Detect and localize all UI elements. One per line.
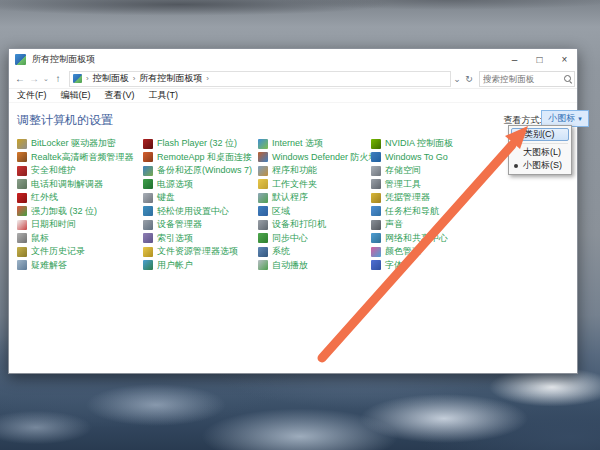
breadcrumb-control-panel[interactable]: 控制面板: [93, 72, 129, 85]
breadcrumb-separator: ›: [133, 74, 136, 83]
remoteapp-icon: [143, 152, 153, 162]
control-panel-item[interactable]: 文件历史记录: [17, 245, 134, 259]
control-panel-item[interactable]: 默认程序: [258, 191, 378, 205]
control-panel-item[interactable]: 设备和打印机: [258, 218, 378, 232]
minimize-button[interactable]: –: [502, 49, 527, 69]
control-panel-item[interactable]: 自动播放: [258, 259, 378, 273]
view-menu-item[interactable]: 小图标(S): [511, 159, 569, 172]
control-panel-item[interactable]: Realtek高清晰音频管理器: [17, 151, 134, 165]
view-menu-item[interactable]: 大图标(L): [511, 146, 569, 159]
control-panel-item[interactable]: 存储空间: [371, 164, 453, 178]
close-button[interactable]: ×: [552, 49, 577, 69]
item-label: 存储空间: [385, 164, 421, 177]
color-management-icon: [371, 247, 381, 257]
item-label: 鼠标: [31, 232, 49, 245]
control-panel-item[interactable]: Flash Player (32 位): [143, 137, 252, 151]
address-tools: ⌄ ↻: [451, 74, 475, 84]
menu-bar: 文件(F)编辑(E)查看(V)工具(T): [9, 89, 577, 103]
control-panel-item[interactable]: 区域: [258, 205, 378, 219]
control-panel-item[interactable]: 键盘: [143, 191, 252, 205]
control-panel-item[interactable]: 字体: [371, 259, 453, 273]
control-panel-item[interactable]: 设备管理器: [143, 218, 252, 232]
control-panel-item[interactable]: 轻松使用设置中心: [143, 205, 252, 219]
breadcrumb-separator: ›: [206, 74, 209, 83]
control-panel-item[interactable]: 文件资源管理器选项: [143, 245, 252, 259]
menu-item[interactable]: 编辑(E): [61, 89, 91, 102]
control-panel-item[interactable]: 鼠标: [17, 232, 134, 246]
menu-item[interactable]: 查看(V): [105, 89, 135, 102]
up-icon[interactable]: ↑: [51, 73, 65, 84]
item-label: BitLocker 驱动器加密: [31, 137, 116, 150]
menu-item[interactable]: 文件(F): [17, 89, 47, 102]
control-panel-item[interactable]: 日期和时间: [17, 218, 134, 232]
refresh-icon[interactable]: ↻: [463, 74, 475, 84]
control-panel-item[interactable]: 电源选项: [143, 178, 252, 192]
maximize-button[interactable]: □: [527, 49, 552, 69]
menu-item[interactable]: 工具(T): [149, 89, 179, 102]
control-panel-item[interactable]: 备份和还原(Windows 7): [143, 164, 252, 178]
forward-icon[interactable]: →: [27, 73, 41, 84]
work-folders-icon: [258, 179, 268, 189]
control-panel-item[interactable]: 系统: [258, 245, 378, 259]
item-label: 凭据管理器: [385, 191, 430, 204]
item-label: 工作文件夹: [272, 178, 317, 191]
indexing-options-icon: [143, 233, 153, 243]
breadcrumb-separator: ›: [86, 74, 89, 83]
item-label: 网络和共享中心: [385, 232, 448, 245]
control-panel-item[interactable]: 疑难解答: [17, 259, 134, 273]
search-icon[interactable]: [562, 73, 574, 85]
autoplay-icon: [258, 260, 268, 270]
item-label: 设备和打印机: [272, 218, 326, 231]
control-panel-item[interactable]: 颜色管理: [371, 245, 453, 259]
control-panel-item[interactable]: 索引选项: [143, 232, 252, 246]
control-panel-item[interactable]: 网络和共享中心: [371, 232, 453, 246]
selected-radio-icon: [514, 164, 518, 168]
control-panel-item[interactable]: 凭据管理器: [371, 191, 453, 205]
control-panel-item[interactable]: NVIDIA 控制面板: [371, 137, 453, 151]
item-label: 备份和还原(Windows 7): [157, 164, 252, 177]
control-panel-item[interactable]: BitLocker 驱动器加密: [17, 137, 134, 151]
control-panel-window: 所有控制面板项 – □ × ← → ⌄ ↑ › 控制面板 › 所有控制面板项 ›…: [8, 48, 578, 374]
caption-buttons: – □ ×: [502, 49, 577, 69]
mouse-icon: [17, 233, 27, 243]
backup-restore-icon: [143, 166, 153, 176]
recent-pages-icon[interactable]: ⌄: [41, 75, 51, 83]
control-panel-item[interactable]: 用户帐户: [143, 259, 252, 273]
view-menu-item[interactable]: 类别(C): [511, 128, 569, 141]
items-column: BitLocker 驱动器加密Realtek高清晰音频管理器安全和维护电话和调制…: [17, 137, 134, 272]
item-label: 设备管理器: [157, 218, 202, 231]
fonts-icon: [371, 260, 381, 270]
item-label: Flash Player (32 位): [157, 137, 237, 150]
keyboard-icon: [143, 193, 153, 203]
control-panel-item[interactable]: 声音: [371, 218, 453, 232]
control-panel-item[interactable]: Windows To Go: [371, 151, 453, 165]
control-panel-item[interactable]: 程序和功能: [258, 164, 378, 178]
item-label: Windows To Go: [385, 152, 448, 162]
search-input[interactable]: [480, 74, 562, 84]
control-panel-item[interactable]: RemoteApp 和桌面连接: [143, 151, 252, 165]
sound-icon: [371, 220, 381, 230]
control-panel-item[interactable]: Internet 选项: [258, 137, 378, 151]
item-label: RemoteApp 和桌面连接: [157, 151, 252, 164]
control-panel-item[interactable]: Windows Defender 防火墙: [258, 151, 378, 165]
address-box[interactable]: › 控制面板 › 所有控制面板项 ›: [69, 71, 451, 87]
breadcrumb-all-items[interactable]: 所有控制面板项: [139, 72, 202, 85]
address-dropdown-icon[interactable]: ⌄: [451, 74, 463, 84]
control-panel-item[interactable]: 管理工具: [371, 178, 453, 192]
search-box[interactable]: [479, 71, 575, 87]
power-options-icon: [143, 179, 153, 189]
item-label: 声音: [385, 218, 403, 231]
control-panel-item[interactable]: 红外线: [17, 191, 134, 205]
control-panel-item[interactable]: 工作文件夹: [258, 178, 378, 192]
item-label: 自动播放: [272, 259, 308, 272]
control-panel-item[interactable]: 同步中心: [258, 232, 378, 246]
control-panel-item[interactable]: 任务栏和导航: [371, 205, 453, 219]
control-panel-item[interactable]: 安全和维护: [17, 164, 134, 178]
item-label: 疑难解答: [31, 259, 67, 272]
storage-spaces-icon: [371, 166, 381, 176]
control-panel-item[interactable]: 强力卸载 (32 位): [17, 205, 134, 219]
title-bar[interactable]: 所有控制面板项 – □ ×: [9, 49, 577, 69]
back-icon[interactable]: ←: [13, 73, 27, 84]
control-panel-item[interactable]: 电话和调制解调器: [17, 178, 134, 192]
view-by-dropdown-menu: 类别(C)大图标(L)小图标(S): [508, 125, 572, 175]
